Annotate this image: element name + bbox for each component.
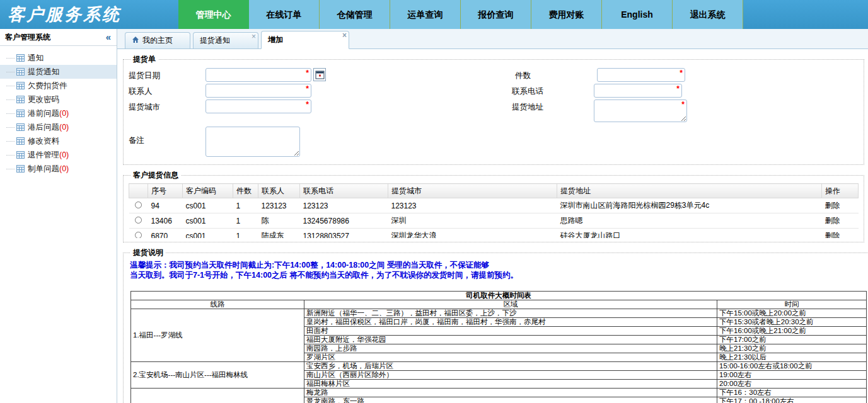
table-icon xyxy=(16,96,25,103)
sidebar-item-doc-issues[interactable]: 制单问题(0) xyxy=(0,162,117,176)
sidebar-header: 客户管理系统 « xyxy=(0,29,117,46)
pickup-city-input[interactable] xyxy=(205,99,311,113)
nav-item-fee-reconciliation[interactable]: 费用对账 xyxy=(531,0,602,29)
table-icon xyxy=(16,137,25,145)
calendar-icon[interactable] xyxy=(313,68,326,81)
pickup-info-legend: 客户提货信息 xyxy=(130,170,181,181)
schedule-time-cell: 下午15:30或者晚上20:30之前 xyxy=(717,318,867,327)
qty-label: 件数 xyxy=(515,68,597,81)
tab-add[interactable]: 增加 × xyxy=(261,31,349,49)
grid-cell-phone: 13245678986 xyxy=(300,213,388,229)
tab-label: 提货通知 xyxy=(200,35,230,46)
schedule-region-cell: 福田大厦附近，华强花园 xyxy=(304,336,717,344)
nav-item-online-orders[interactable]: 在线订单 xyxy=(249,0,320,29)
grid-col-city: 提货城市 xyxy=(388,184,557,198)
grid-cell-contact: 陈 xyxy=(258,213,300,229)
sidebar-item-notice[interactable]: 通知 xyxy=(0,51,117,65)
schedule-region-cell: 南园路，上步路 xyxy=(304,344,717,353)
pickup-instructions-section: 提货说明 温馨提示：我司预约当天取件时间截止为:下午14:00整，14:00-1… xyxy=(123,247,868,403)
grid-cell-code: cs001 xyxy=(183,213,233,229)
remark-textarea[interactable] xyxy=(205,127,300,157)
pickup-city-label: 提货城市 xyxy=(129,99,205,113)
table-icon xyxy=(16,110,25,117)
pickup-date-input[interactable] xyxy=(205,68,311,82)
grid-cell-seq: 6870 xyxy=(148,229,183,239)
item-badge: (0) xyxy=(59,109,69,118)
tab-my-home[interactable]: 我的主页 xyxy=(125,32,190,48)
grid-cell-qty: 1 xyxy=(233,229,258,239)
nav-item-warehouse[interactable]: 仓储管理 xyxy=(320,0,390,29)
sidebar-item-post-port-issues[interactable]: 港后问题(0) xyxy=(0,120,117,134)
schedule-region-cell: 田面村 xyxy=(304,327,717,336)
grid-col-contact: 联系人 xyxy=(258,184,300,198)
row-radio[interactable] xyxy=(135,232,142,239)
sidebar-item-arrears-hold[interactable]: 欠费扣货件 xyxy=(0,79,117,93)
content-area: 我的主页 提货通知 × 增加 × 提货单 提货日期 * 件数 * xyxy=(117,29,868,403)
grid-col-address: 提货地址 xyxy=(557,184,822,198)
schedule-region-cell: 景龙南路，东一路 xyxy=(304,397,717,403)
schedule-time-cell: 晚上21:30之前 xyxy=(717,344,867,353)
nav-item-english[interactable]: English xyxy=(602,0,673,29)
tab-strip: 我的主页 提货通知 × 增加 × xyxy=(117,29,868,49)
required-mark: * xyxy=(306,84,309,93)
item-badge: (0) xyxy=(59,150,69,159)
sidebar-item-pickup-notice[interactable]: 提货通知 xyxy=(0,65,117,79)
grid-cell-code: cs001 xyxy=(183,229,233,239)
grid-cell-contact: 123123 xyxy=(258,198,300,213)
top-bar: 客户服务系统 管理中心 在线订单 仓储管理 运单查询 报价查询 费用对账 Eng… xyxy=(0,0,868,29)
table-icon xyxy=(16,68,25,76)
schedule-time-cell: 下午16：30左右 xyxy=(717,389,867,397)
notice-line-2: 当天取到。我司于7-1号开始，下午14:00之后 将不能预约当天的取件，为了不耽… xyxy=(130,271,867,280)
pickup-address-label: 提货地址 xyxy=(512,99,594,113)
grid-cell-code: cs001 xyxy=(183,198,233,213)
grid-cell-city: 123123 xyxy=(388,198,557,213)
grid-col-qty: 件数 xyxy=(233,184,258,198)
delete-link[interactable]: 删除 xyxy=(822,213,859,229)
nav-item-waybill-query[interactable]: 运单查询 xyxy=(390,0,461,29)
nav-item-logout[interactable]: 退出系统 xyxy=(673,0,743,29)
required-mark: * xyxy=(306,100,309,109)
pickup-info-grid: 序号 客户编码 件数 联系人 联系电话 提货城市 提货地址 操作 xyxy=(129,183,859,238)
close-icon[interactable]: × xyxy=(252,33,256,40)
sidebar-item-label: 更改密码 xyxy=(28,94,59,105)
grid-cell-seq: 94 xyxy=(148,198,183,213)
home-icon xyxy=(132,36,139,45)
grid-cell-address: 思路嗯 xyxy=(557,213,822,229)
sidebar-item-change-password[interactable]: 更改密码 xyxy=(0,93,117,106)
qty-input[interactable] xyxy=(597,68,685,82)
pickup-schedule-table: 司机取件大概时间表 线路 区域 时间 1.福田---罗湖线 新洲附近（福华一、二… xyxy=(130,291,867,403)
pickup-address-textarea[interactable] xyxy=(594,99,687,122)
sidebar-item-returns[interactable]: 退件管理(0) xyxy=(0,148,117,162)
grid-cell-address: 深圳市南山区前海路阳光棕榈园29栋3单元4c xyxy=(557,198,822,213)
nav-item-quote-query[interactable]: 报价查询 xyxy=(461,0,531,29)
required-mark: * xyxy=(676,84,680,93)
main-nav: 管理中心 在线订单 仓储管理 运单查询 报价查询 费用对账 English 退出… xyxy=(178,0,743,29)
delete-link[interactable]: 删除 xyxy=(822,198,859,213)
nav-item-manage-center[interactable]: 管理中心 xyxy=(178,0,249,29)
schedule-title: 司机取件大概时间表 xyxy=(131,292,867,300)
table-icon xyxy=(16,165,25,173)
table-row: 6870 cs001 1 陆成东 13128803527 深圳龙华大浪 硅谷大厦… xyxy=(129,229,859,239)
required-mark: * xyxy=(680,69,683,77)
schedule-line-cell: 3.龙华线--- 民治线----坂田线 xyxy=(131,389,304,403)
sidebar-item-edit-profile[interactable]: 修改资料 xyxy=(0,134,117,148)
sidebar-item-pre-port-issues[interactable]: 港前问题(0) xyxy=(0,106,117,120)
main-layout: 客户管理系统 « 通知 提货通知 欠费扣货件 更改密码 xyxy=(0,29,868,403)
tab-label: 增加 xyxy=(268,35,283,45)
sidebar-item-label: 港后问题 xyxy=(28,122,59,133)
sidebar-item-label: 修改资料 xyxy=(28,136,59,147)
close-icon[interactable]: × xyxy=(342,31,347,39)
tab-pickup-notice[interactable]: 提货通知 × xyxy=(193,32,258,48)
sidebar-collapse-icon[interactable]: « xyxy=(106,29,111,45)
schedule-region-cell: 新洲附近（福华一、二、三路），益田村，福田区委，上沙，下沙 xyxy=(304,309,717,318)
phone-input[interactable] xyxy=(594,84,682,98)
contact-input[interactable] xyxy=(205,84,311,98)
row-radio[interactable] xyxy=(135,217,142,224)
schedule-time-cell: 晚上21:30以后 xyxy=(717,353,867,362)
required-mark: * xyxy=(306,69,309,77)
item-badge: (0) xyxy=(59,123,69,132)
delete-link[interactable]: 删除 xyxy=(822,229,859,239)
grid-cell-qty: 1 xyxy=(233,213,258,229)
grid-cell-qty: 1 xyxy=(233,198,258,213)
row-radio[interactable] xyxy=(135,202,142,208)
